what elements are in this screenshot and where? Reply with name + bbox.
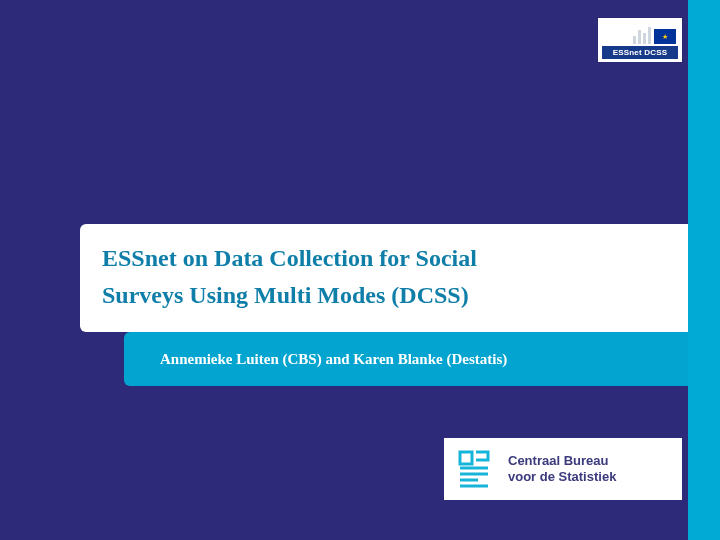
accent-stripe: [688, 0, 720, 540]
slide-title-line1: ESSnet on Data Collection for Social: [102, 245, 477, 271]
authors-text: Annemieke Luiten (CBS) and Karen Blanke …: [160, 351, 507, 368]
cbs-logo-text: Centraal Bureau voor de Statistiek: [508, 453, 616, 486]
eu-flag-icon: ★: [654, 29, 676, 44]
cbs-mark-icon: [454, 448, 496, 490]
slide: ★ ESSnet DCSS ESSnet on Data Collection …: [0, 0, 720, 540]
cbs-logo-line2: voor de Statistiek: [508, 469, 616, 485]
slide-title-line2: Surveys Using Multi Modes (DCSS): [102, 282, 469, 308]
essnet-badge-label: ESSnet DCSS: [602, 46, 678, 59]
slide-title: ESSnet on Data Collection for Social Sur…: [102, 240, 666, 314]
authors-box: Annemieke Luiten (CBS) and Karen Blanke …: [124, 332, 688, 386]
cbs-logo-box: Centraal Bureau voor de Statistiek: [444, 438, 682, 500]
essnet-dcss-badge: ★ ESSnet DCSS: [598, 18, 682, 62]
ec-bars-icon: [633, 24, 651, 44]
title-box: ESSnet on Data Collection for Social Sur…: [80, 224, 688, 332]
cbs-logo-line1: Centraal Bureau: [508, 453, 616, 469]
